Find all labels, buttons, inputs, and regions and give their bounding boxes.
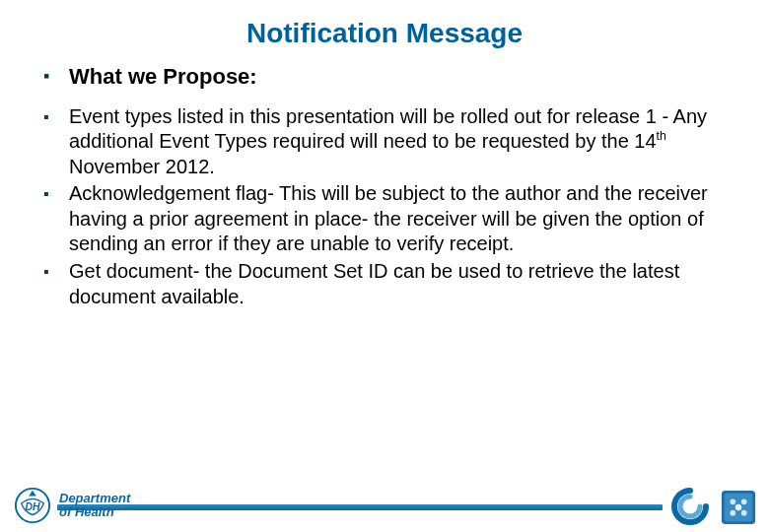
bullet-superscript: th bbox=[657, 129, 666, 143]
dept-line1: Department bbox=[59, 492, 130, 505]
heading-item: What we Propose: bbox=[43, 63, 726, 91]
svg-point-6 bbox=[741, 510, 747, 516]
bullet-text-prefix: Acknowledgement flag- This will be subje… bbox=[69, 182, 708, 254]
svg-point-5 bbox=[730, 510, 735, 516]
bullet-list: Event types listed in this presentation … bbox=[43, 104, 726, 310]
dh-wordmark: Department of Health bbox=[59, 492, 130, 518]
svg-point-7 bbox=[735, 504, 741, 510]
heading-list: What we Propose: bbox=[43, 63, 726, 91]
dept-line2: of Health bbox=[59, 505, 130, 519]
svg-point-4 bbox=[741, 499, 747, 504]
slide-content: What we Propose: Event types listed in t… bbox=[0, 63, 769, 311]
bullet-item: Acknowledgement flag- This will be subje… bbox=[43, 181, 726, 257]
slide: Notification Message What we Propose: Ev… bbox=[0, 0, 769, 532]
footer-right-logo-block bbox=[670, 487, 757, 526]
bullet-text-prefix: Event types listed in this presentation … bbox=[69, 105, 707, 153]
bullet-item: Event types listed in this presentation … bbox=[43, 104, 726, 180]
footer: DH Department of Health bbox=[0, 475, 769, 532]
dh-initials: DH bbox=[25, 501, 40, 512]
slide-title: Notification Message bbox=[0, 18, 769, 49]
q-swirl-icon bbox=[670, 487, 710, 526]
bullet-text-suffix: November 2012. bbox=[69, 156, 215, 177]
bullet-text-prefix: Get document- the Document Set ID can be… bbox=[69, 260, 679, 307]
cd-badge-icon bbox=[720, 489, 757, 526]
bullet-item: Get document- the Document Set ID can be… bbox=[43, 259, 726, 309]
dh-crest-icon: DH bbox=[14, 487, 51, 524]
footer-left-logo-block: DH Department of Health bbox=[14, 487, 130, 524]
svg-point-3 bbox=[730, 499, 735, 504]
heading-text: What we Propose: bbox=[69, 64, 257, 89]
footer-bar bbox=[57, 504, 663, 510]
